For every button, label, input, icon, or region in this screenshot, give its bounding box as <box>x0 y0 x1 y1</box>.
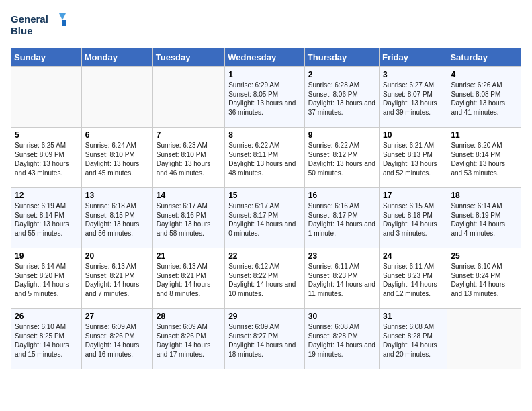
header-row: SundayMondayTuesdayWednesdayThursdayFrid… <box>11 48 521 67</box>
day-cell: 27Sunrise: 6:09 AMSunset: 8:26 PMDayligh… <box>81 309 152 369</box>
day-info: Sunrise: 6:17 AMSunset: 8:16 PMDaylight:… <box>157 201 221 238</box>
day-number: 18 <box>451 191 517 200</box>
day-number: 12 <box>15 191 78 200</box>
day-info: Sunrise: 6:08 AMSunset: 8:28 PMDaylight:… <box>383 322 443 359</box>
day-number: 27 <box>85 312 149 321</box>
day-info: Sunrise: 6:09 AMSunset: 8:27 PMDaylight:… <box>228 322 301 359</box>
col-header-tuesday: Tuesday <box>152 48 224 67</box>
day-cell <box>152 67 224 128</box>
day-number: 10 <box>383 130 443 140</box>
day-info: Sunrise: 6:15 AMSunset: 8:18 PMDaylight:… <box>383 201 443 238</box>
day-number: 13 <box>85 191 149 200</box>
calendar-table: SundayMondayTuesdayWednesdayThursdayFrid… <box>11 48 521 369</box>
day-number: 26 <box>15 312 78 321</box>
day-number: 1 <box>228 70 301 79</box>
day-cell: 12Sunrise: 6:19 AMSunset: 8:14 PMDayligh… <box>11 188 82 248</box>
day-info: Sunrise: 6:24 AMSunset: 8:10 PMDaylight:… <box>85 141 149 177</box>
day-cell: 29Sunrise: 6:09 AMSunset: 8:27 PMDayligh… <box>225 309 305 369</box>
day-number: 21 <box>157 251 221 261</box>
day-info: Sunrise: 6:28 AMSunset: 8:06 PMDaylight:… <box>308 81 375 117</box>
day-number: 14 <box>157 191 221 200</box>
day-cell: 14Sunrise: 6:17 AMSunset: 8:16 PMDayligh… <box>152 188 224 248</box>
day-number: 31 <box>383 312 443 321</box>
col-header-saturday: Saturday <box>447 48 521 67</box>
day-number: 16 <box>308 191 375 200</box>
day-info: Sunrise: 6:27 AMSunset: 8:07 PMDaylight:… <box>383 81 443 117</box>
day-number: 7 <box>157 130 221 140</box>
day-cell: 24Sunrise: 6:11 AMSunset: 8:23 PMDayligh… <box>379 248 447 309</box>
week-row-3: 12Sunrise: 6:19 AMSunset: 8:14 PMDayligh… <box>11 188 521 248</box>
day-number: 20 <box>85 251 149 261</box>
day-info: Sunrise: 6:12 AMSunset: 8:22 PMDaylight:… <box>228 262 301 298</box>
day-cell: 7Sunrise: 6:23 AMSunset: 8:10 PMDaylight… <box>152 128 224 188</box>
day-info: Sunrise: 6:10 AMSunset: 8:25 PMDaylight:… <box>15 322 78 359</box>
day-cell: 22Sunrise: 6:12 AMSunset: 8:22 PMDayligh… <box>225 248 305 309</box>
day-info: Sunrise: 6:22 AMSunset: 8:12 PMDaylight:… <box>308 141 375 177</box>
day-cell: 17Sunrise: 6:15 AMSunset: 8:18 PMDayligh… <box>379 188 447 248</box>
week-row-5: 26Sunrise: 6:10 AMSunset: 8:25 PMDayligh… <box>11 309 521 369</box>
day-cell: 16Sunrise: 6:16 AMSunset: 8:17 PMDayligh… <box>304 188 379 248</box>
day-number: 4 <box>451 70 517 79</box>
col-header-wednesday: Wednesday <box>225 48 305 67</box>
day-number: 8 <box>228 130 301 140</box>
day-info: Sunrise: 6:13 AMSunset: 8:21 PMDaylight:… <box>157 262 221 298</box>
day-number: 15 <box>228 191 301 200</box>
day-number: 2 <box>308 70 375 79</box>
day-number: 19 <box>15 251 78 261</box>
day-info: Sunrise: 6:20 AMSunset: 8:14 PMDaylight:… <box>451 141 517 177</box>
day-cell: 13Sunrise: 6:18 AMSunset: 8:15 PMDayligh… <box>81 188 152 248</box>
day-info: Sunrise: 6:10 AMSunset: 8:24 PMDaylight:… <box>451 262 517 298</box>
day-number: 6 <box>85 130 149 140</box>
day-number: 24 <box>383 251 443 261</box>
day-cell: 1Sunrise: 6:29 AMSunset: 8:05 PMDaylight… <box>225 67 305 128</box>
day-number: 3 <box>383 70 443 79</box>
day-info: Sunrise: 6:21 AMSunset: 8:13 PMDaylight:… <box>383 141 443 177</box>
day-number: 25 <box>451 251 517 261</box>
day-cell: 11Sunrise: 6:20 AMSunset: 8:14 PMDayligh… <box>447 128 521 188</box>
day-cell: 30Sunrise: 6:08 AMSunset: 8:28 PMDayligh… <box>304 309 379 369</box>
day-cell: 10Sunrise: 6:21 AMSunset: 8:13 PMDayligh… <box>379 128 447 188</box>
day-info: Sunrise: 6:17 AMSunset: 8:17 PMDaylight:… <box>228 201 301 238</box>
day-number: 17 <box>383 191 443 200</box>
svg-marker-2 <box>59 13 66 20</box>
logo: General Blue <box>11 11 71 41</box>
day-cell <box>81 67 152 128</box>
day-number: 9 <box>308 130 375 140</box>
day-number: 22 <box>228 251 301 261</box>
day-cell: 5Sunrise: 6:25 AMSunset: 8:09 PMDaylight… <box>11 128 82 188</box>
day-cell <box>11 67 82 128</box>
day-info: Sunrise: 6:18 AMSunset: 8:15 PMDaylight:… <box>85 201 149 238</box>
day-cell: 31Sunrise: 6:08 AMSunset: 8:28 PMDayligh… <box>379 309 447 369</box>
week-row-4: 19Sunrise: 6:14 AMSunset: 8:20 PMDayligh… <box>11 248 521 309</box>
logo-svg: General Blue <box>11 11 71 41</box>
day-info: Sunrise: 6:25 AMSunset: 8:09 PMDaylight:… <box>15 141 78 177</box>
col-header-sunday: Sunday <box>11 48 82 67</box>
day-cell: 3Sunrise: 6:27 AMSunset: 8:07 PMDaylight… <box>379 67 447 128</box>
svg-text:Blue: Blue <box>11 25 33 36</box>
col-header-thursday: Thursday <box>304 48 379 67</box>
day-cell: 19Sunrise: 6:14 AMSunset: 8:20 PMDayligh… <box>11 248 82 309</box>
svg-marker-3 <box>62 20 66 26</box>
day-cell: 6Sunrise: 6:24 AMSunset: 8:10 PMDaylight… <box>81 128 152 188</box>
day-cell: 2Sunrise: 6:28 AMSunset: 8:06 PMDaylight… <box>304 67 379 128</box>
day-cell: 26Sunrise: 6:10 AMSunset: 8:25 PMDayligh… <box>11 309 82 369</box>
day-info: Sunrise: 6:09 AMSunset: 8:26 PMDaylight:… <box>85 322 149 359</box>
day-info: Sunrise: 6:08 AMSunset: 8:28 PMDaylight:… <box>308 322 375 359</box>
day-cell <box>447 309 521 369</box>
day-info: Sunrise: 6:29 AMSunset: 8:05 PMDaylight:… <box>228 81 301 117</box>
day-number: 11 <box>451 130 517 140</box>
day-cell: 8Sunrise: 6:22 AMSunset: 8:11 PMDaylight… <box>225 128 305 188</box>
col-header-monday: Monday <box>81 48 152 67</box>
day-cell: 25Sunrise: 6:10 AMSunset: 8:24 PMDayligh… <box>447 248 521 309</box>
day-info: Sunrise: 6:16 AMSunset: 8:17 PMDaylight:… <box>308 201 375 238</box>
day-cell: 21Sunrise: 6:13 AMSunset: 8:21 PMDayligh… <box>152 248 224 309</box>
day-info: Sunrise: 6:13 AMSunset: 8:21 PMDaylight:… <box>85 262 149 298</box>
day-number: 28 <box>157 312 221 321</box>
day-info: Sunrise: 6:14 AMSunset: 8:20 PMDaylight:… <box>15 262 78 298</box>
week-row-2: 5Sunrise: 6:25 AMSunset: 8:09 PMDaylight… <box>11 128 521 188</box>
day-number: 29 <box>228 312 301 321</box>
day-cell: 23Sunrise: 6:11 AMSunset: 8:23 PMDayligh… <box>304 248 379 309</box>
day-cell: 18Sunrise: 6:14 AMSunset: 8:19 PMDayligh… <box>447 188 521 248</box>
day-info: Sunrise: 6:14 AMSunset: 8:19 PMDaylight:… <box>451 201 517 238</box>
day-number: 23 <box>308 251 375 261</box>
